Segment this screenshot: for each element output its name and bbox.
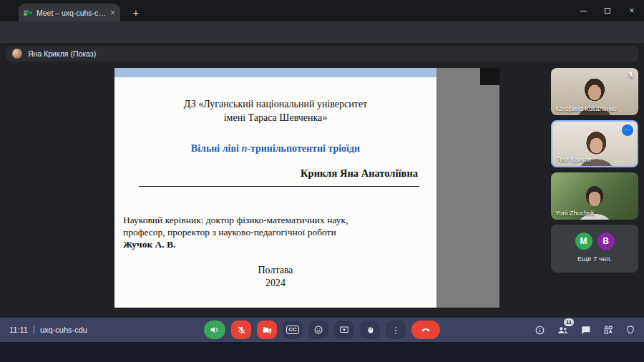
presenter-avatar xyxy=(12,49,22,59)
google-meet-favicon-icon xyxy=(24,9,32,17)
slide-title: Вільні ліві n-тринільпотентні тріоїди xyxy=(114,143,436,155)
meeting-panels: 11 xyxy=(535,318,635,342)
captions-icon: CC xyxy=(286,326,299,334)
meet-control-bar: 11:11 uxq-cuhs-cdu CC xyxy=(0,318,644,342)
more-options-button[interactable]: ⋮ xyxy=(386,321,406,339)
divider xyxy=(34,326,34,334)
meeting-details-button[interactable] xyxy=(535,325,545,336)
participant-name: Яна Крикля xyxy=(557,156,591,163)
tab-title: Meet – uxq-cuhs-cdu xyxy=(36,9,106,17)
captions-button[interactable]: CC xyxy=(283,321,303,339)
slide-author: Крикля Яна Анатоліївна xyxy=(114,167,418,180)
participant-name: Yurii Zhuchok xyxy=(555,210,595,217)
maximize-icon xyxy=(605,8,610,14)
activities-panel-button[interactable] xyxy=(602,324,614,336)
more-participants-label: Ещё 7 чел. xyxy=(551,255,638,263)
window-minimize-button[interactable] xyxy=(571,0,595,21)
host-controls-button[interactable] xyxy=(625,325,635,335)
participant-tile-yana-active[interactable]: ⋯ Яна Крикля xyxy=(551,120,638,167)
presentation-slide: ДЗ «Луганський національний університет … xyxy=(114,77,436,308)
participant-tile-kateryna[interactable]: Катерина Коваленко xyxy=(551,68,638,115)
participant-tile-yurii[interactable]: Yurii Zhuchok xyxy=(551,172,638,220)
new-tab-button[interactable]: + xyxy=(127,4,145,21)
tile-options-icon[interactable]: ⋯ xyxy=(622,124,633,136)
avatar-initial: M xyxy=(575,233,592,250)
browser-tab-meet[interactable]: Meet – uxq-cuhs-cdu × xyxy=(19,4,120,21)
people-panel-button[interactable]: 11 xyxy=(557,324,569,336)
reactions-button[interactable] xyxy=(308,321,328,339)
mic-off-icon xyxy=(627,71,635,79)
mic-off-button[interactable] xyxy=(231,321,251,339)
slide-university-line1: ДЗ «Луганський національний університет xyxy=(114,99,436,110)
browser-toolbar: meet.google.com/uxq-cuhs-cdu b ⋮ xyxy=(0,21,644,43)
slide-city: Полтава xyxy=(114,265,436,276)
shared-screen-margin xyxy=(436,68,499,308)
camera-off-button[interactable] xyxy=(257,321,277,339)
chat-panel-button[interactable] xyxy=(580,325,591,336)
slide-advisor-name: Жучок А. В. xyxy=(123,239,175,250)
slide-header-strip xyxy=(114,68,436,77)
minimize-icon xyxy=(580,11,587,11)
avatar-initial: B xyxy=(597,233,615,250)
leave-call-button[interactable] xyxy=(411,321,440,339)
presenter-name-label: Яна Крикля (Показ) xyxy=(28,49,96,58)
slide-advisor-line1: Науковий керівник: доктор фізико-математ… xyxy=(123,215,348,226)
shared-screen-corner xyxy=(480,68,499,85)
meeting-code: uxq-cuhs-cdu xyxy=(40,326,87,334)
participant-name: Катерина Коваленко xyxy=(555,105,617,112)
slide-university-line2: імені Тараса Шевченка» xyxy=(114,112,436,124)
slide-year: 2024 xyxy=(114,278,436,289)
meeting-info: 11:11 uxq-cuhs-cdu xyxy=(9,318,87,342)
overflow-avatars: M B xyxy=(551,233,638,250)
call-controls: CC ⋮ xyxy=(204,321,440,339)
presenting-banner: Яна Крикля (Показ) xyxy=(6,46,638,62)
window-controls: × xyxy=(571,0,644,21)
windows-taskbar: Пошук W УКР xyxy=(0,342,644,362)
tab-close-icon[interactable]: × xyxy=(110,9,115,17)
slide-divider xyxy=(139,186,419,187)
meeting-time: 11:11 xyxy=(9,326,28,334)
screen: Meet – uxq-cuhs-cdu × + × meet.google.co… xyxy=(0,0,644,362)
window-close-button[interactable]: × xyxy=(620,0,644,21)
raise-hand-button[interactable] xyxy=(360,321,380,339)
present-screen-button[interactable] xyxy=(334,321,354,339)
participant-tile-overflow[interactable]: M B Ещё 7 чел. xyxy=(551,225,638,273)
participant-count-badge: 11 xyxy=(564,318,574,326)
window-maximize-button[interactable] xyxy=(595,0,620,21)
slide-advisor-line2: професор, проректор з науково-педагогічн… xyxy=(123,227,336,238)
browser-tab-strip: Meet – uxq-cuhs-cdu × + × xyxy=(0,0,644,21)
speaker-button[interactable] xyxy=(204,321,225,339)
